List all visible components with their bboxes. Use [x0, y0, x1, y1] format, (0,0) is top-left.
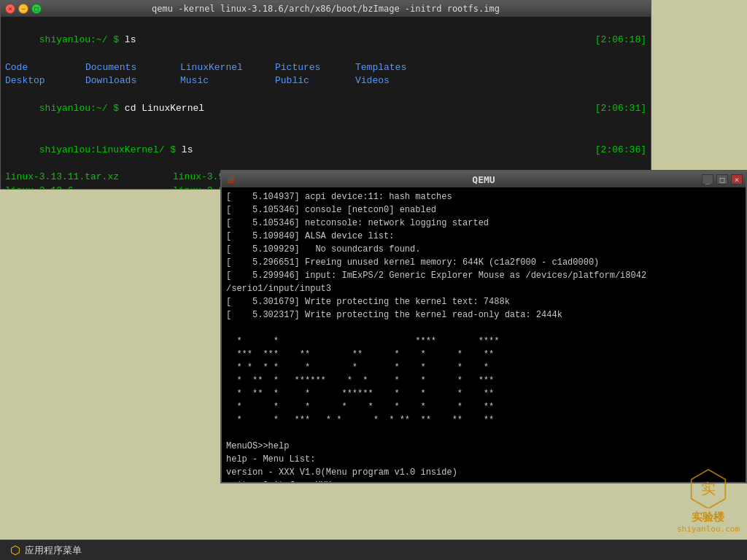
qemu-log-line: /serio1/input/input3 — [226, 282, 741, 295]
taskbar-appsmenu-label: 应用程序菜单 — [25, 544, 82, 557]
terminal-line: DesktopDownloadsMusicPublicVideos — [5, 74, 646, 88]
qemu-window-controls: _ □ × — [700, 174, 743, 184]
terminal-title: qemu -kernel linux-3.18.6/arch/x86/boot/… — [152, 4, 500, 14]
watermark-url: shiyanlou.com — [677, 524, 740, 534]
qemu-icon: 🖥 — [226, 174, 236, 185]
qemu-body: [ 5.104937] acpi device:11: hash matches… — [222, 187, 746, 482]
qemu-asterisk-line: * * * * * * * * ** — [226, 400, 741, 413]
qemu-log-line: [ 5.296651] Freeing unused kernel memory… — [226, 256, 741, 269]
terminal-line: shiyanlou:~/ $ cd LinuxKernel[2:06:31] — [5, 88, 646, 130]
qemu-asterisk-line: * * * * * * * * * * — [226, 361, 741, 374]
qemu-log-line: [ 5.301679] Write protecting the kernel … — [226, 295, 741, 308]
qemu-log-line — [226, 427, 741, 440]
terminal-line: shiyanlou:~/ $ ls[2:06:18] — [5, 20, 646, 61]
qemu-min-btn[interactable]: _ — [702, 174, 713, 184]
qemu-close-btn[interactable]: × — [731, 174, 743, 184]
qemu-log-line: [ 5.105346] netconsole: network logging … — [226, 217, 741, 230]
watermark-hex-icon: 实 — [690, 468, 727, 508]
qemu-output-line: help - Menu List: — [226, 453, 741, 466]
qemu-output-line: quit - Quit from XXX — [226, 479, 741, 482]
terminal-line: CodeDocumentsLinuxKernelPicturesTemplate… — [5, 61, 646, 75]
terminal-window: × − □ qemu -kernel linux-3.18.6/arch/x86… — [0, 0, 651, 190]
qemu-log-line: [ 5.105346] console [netcon0] enabled — [226, 203, 741, 217]
taskbar-appsmenu[interactable]: ⬡ 应用程序菜单 — [6, 542, 86, 559]
qemu-asterisk-line: *** *** ** ** * * * ** — [226, 348, 741, 361]
qemu-prompt-line: MenuOS>>help — [226, 440, 741, 453]
qemu-titlebar: 🖥 QEMU _ □ × — [222, 171, 746, 187]
qemu-output-line: version - XXX V1.0(Menu program v1.0 ins… — [226, 466, 741, 479]
terminal-min-btn[interactable]: − — [18, 4, 28, 14]
watermark-label: 实验楼 — [677, 510, 740, 524]
taskbar: ⬡ 应用程序菜单 — [0, 540, 747, 560]
qemu-asterisk-line — [226, 322, 741, 335]
watermark: 实 实验楼 shiyanlou.com — [677, 468, 740, 534]
qemu-window: 🖥 QEMU _ □ × [ 5.104937] acpi device:11:… — [220, 170, 747, 483]
qemu-asterisk-line: * * **** **** — [226, 335, 741, 348]
taskbar-icon: ⬡ — [10, 543, 20, 557]
qemu-asterisk-line: * ** * ****** * * * * * *** — [226, 374, 741, 387]
qemu-asterisk-line: * * *** * * * * ** ** ** ** — [226, 413, 741, 427]
svg-text:实: 实 — [701, 480, 716, 497]
qemu-log-line: [ 5.109929] No soundcards found. — [226, 243, 741, 256]
qemu-title-text: QEMU — [472, 174, 495, 185]
qemu-restore-btn[interactable]: □ — [716, 174, 728, 184]
qemu-log-line: [ 5.109840] ALSA device list: — [226, 230, 741, 243]
terminal-body: shiyanlou:~/ $ ls[2:06:18] CodeDocuments… — [1, 17, 651, 189]
terminal-close-btn[interactable]: × — [5, 4, 15, 14]
terminal-line: shiyanlou:LinuxKernel/ $ ls[2:06:36] — [5, 130, 646, 171]
terminal-titlebar: × − □ qemu -kernel linux-3.18.6/arch/x86… — [1, 1, 651, 17]
qemu-log-line: [ 5.104937] acpi device:11: hash matches — [226, 190, 741, 203]
terminal-max-btn[interactable]: □ — [31, 4, 42, 14]
qemu-log-line: [ 5.299946] input: ImExPS/2 Generic Expl… — [226, 269, 741, 282]
qemu-log-line: [ 5.302317] Write protecting the kernel … — [226, 308, 741, 322]
qemu-asterisk-line: * ** * * ****** * * * ** — [226, 387, 741, 400]
